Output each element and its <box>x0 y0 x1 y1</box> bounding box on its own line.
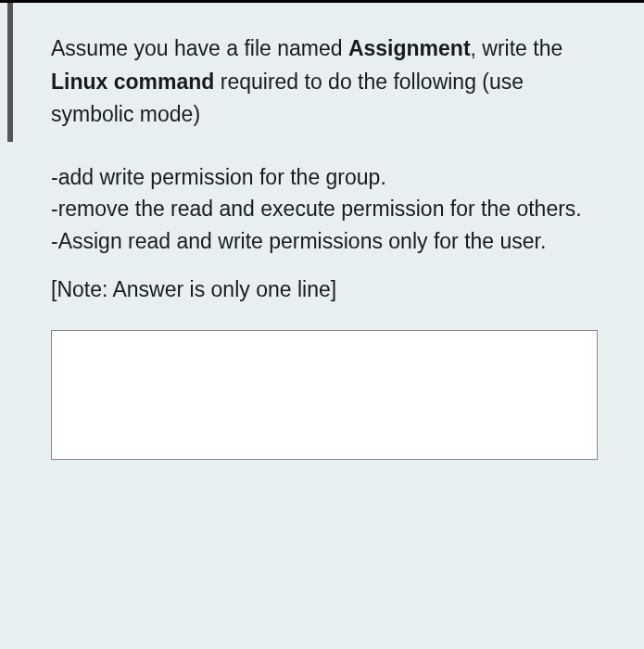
bullet-item: -remove the read and execute permission … <box>51 193 598 225</box>
bullet-item: -add write permission for the group. <box>51 161 598 194</box>
requirements-list: -add write permission for the group. -re… <box>51 161 598 258</box>
answer-note: [Note: Answer is only one line] <box>51 274 598 306</box>
intro-bold-1: Assignment <box>348 36 471 60</box>
intro-bold-2: Linux command <box>51 70 214 94</box>
intro-text-2: , write the <box>471 36 563 60</box>
answer-input[interactable] <box>51 330 598 460</box>
question-content: Assume you have a file named Assignment,… <box>0 3 644 491</box>
question-intro: Assume you have a file named Assignment,… <box>51 32 598 132</box>
left-accent-bar <box>7 3 13 142</box>
intro-text-1: Assume you have a file named <box>51 36 348 60</box>
bullet-item: -Assign read and write permissions only … <box>51 225 598 258</box>
